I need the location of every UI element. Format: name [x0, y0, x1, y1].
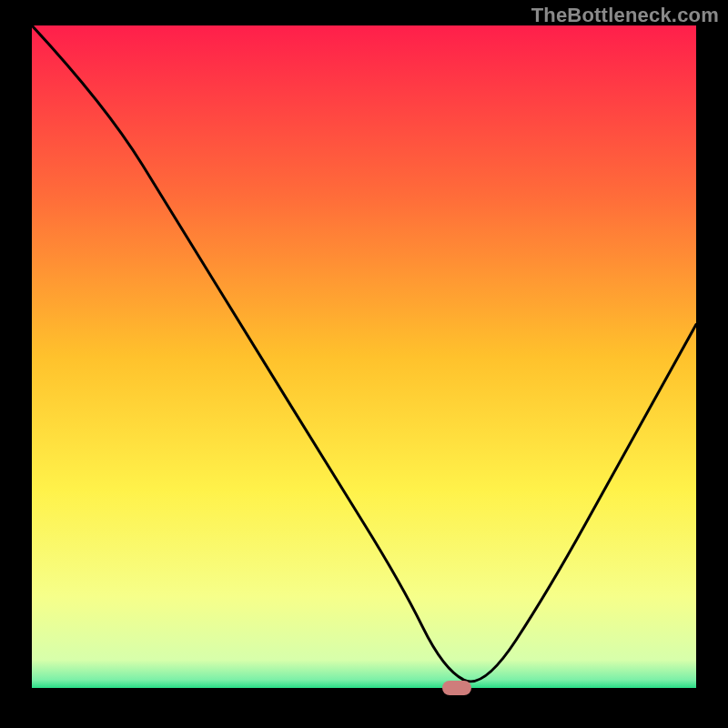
- bottleneck-plot: [32, 25, 696, 690]
- chart-frame: TheBottleneck.com: [0, 0, 728, 728]
- gradient-background: [32, 25, 696, 690]
- watermark-text: TheBottleneck.com: [531, 4, 719, 27]
